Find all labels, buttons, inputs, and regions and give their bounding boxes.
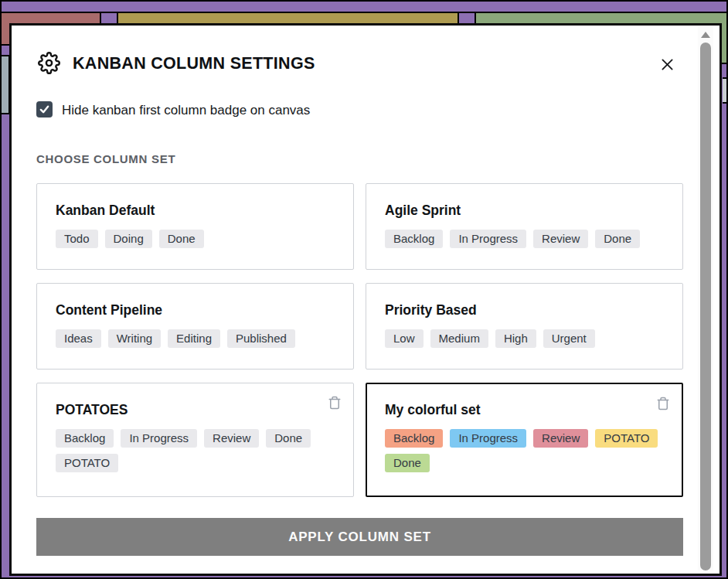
column-badge: Todo xyxy=(56,230,98,248)
kanban-card-gray xyxy=(723,77,728,104)
column-badge: Urgent xyxy=(543,329,595,348)
hide-badge-checkbox-label: Hide kanban first column badge on canvas xyxy=(62,103,310,118)
column-badge: Done xyxy=(159,230,204,248)
column-badge: Ideas xyxy=(56,329,101,348)
column-set-card[interactable]: My colorful setBacklogIn ProgressReviewP… xyxy=(366,383,683,497)
column-set-name: My colorful set xyxy=(385,402,664,418)
column-badge: High xyxy=(495,329,536,348)
trash-icon xyxy=(656,397,670,410)
column-badge: Editing xyxy=(168,329,220,348)
hide-badge-checkbox[interactable] xyxy=(36,101,53,118)
column-badge: Review xyxy=(533,429,588,448)
delete-column-set-button[interactable] xyxy=(327,396,342,411)
column-badge: Done xyxy=(266,429,311,448)
column-set-name: POTATOES xyxy=(56,402,335,418)
column-badge-list: IdeasWritingEditingPublished xyxy=(56,329,335,348)
dialog-title: KANBAN COLUMN SETTINGS xyxy=(73,54,315,73)
column-badge: Done xyxy=(385,454,430,472)
column-badge: Review xyxy=(204,429,259,448)
delete-column-set-button[interactable] xyxy=(655,397,671,412)
column-badge: In Progress xyxy=(450,230,526,248)
column-badge-list: BacklogIn ProgressReviewDonePOTATO xyxy=(56,429,335,472)
column-set-name: Agile Sprint xyxy=(385,203,664,219)
column-set-name: Kanban Default xyxy=(56,203,335,219)
scrollbar-thumb[interactable] xyxy=(700,43,711,570)
column-badge: Doing xyxy=(105,230,152,248)
column-badge: Medium xyxy=(430,329,488,348)
scrollbar-up-arrow-icon[interactable] xyxy=(701,32,710,38)
gear-icon xyxy=(38,52,60,74)
close-icon xyxy=(659,56,675,73)
column-badge-list: BacklogIn ProgressReviewDone xyxy=(385,230,664,248)
scrollbar-track[interactable] xyxy=(698,27,713,570)
choose-column-set-heading: CHOOSE COLUMN SET xyxy=(36,152,175,165)
app-canvas: KANBAN COLUMN SETTINGS Hide kanban first… xyxy=(0,0,728,579)
trash-icon xyxy=(328,396,342,410)
column-set-grid: Kanban DefaultTodoDoingDoneAgile SprintB… xyxy=(36,183,683,497)
column-set-name: Priority Based xyxy=(385,302,664,318)
column-badge: Writing xyxy=(108,329,161,348)
column-badge: In Progress xyxy=(121,429,197,448)
column-badge: POTATO xyxy=(595,429,658,448)
column-set-card[interactable]: POTATOESBacklogIn ProgressReviewDonePOTA… xyxy=(36,383,354,497)
column-badge-list: BacklogIn ProgressReviewPOTATODone xyxy=(385,429,664,472)
column-badge: Review xyxy=(533,230,588,248)
column-badge-list: LowMediumHighUrgent xyxy=(385,329,664,348)
column-badge: Low xyxy=(385,329,424,348)
column-badge: Backlog xyxy=(385,230,443,248)
close-button[interactable] xyxy=(655,53,679,76)
kanban-column-settings-dialog: KANBAN COLUMN SETTINGS Hide kanban first… xyxy=(9,23,722,576)
apply-column-set-button[interactable]: APPLY COLUMN SET xyxy=(36,518,683,556)
column-set-card[interactable]: Agile SprintBacklogIn ProgressReviewDone xyxy=(366,183,683,270)
column-badge: Backlog xyxy=(385,429,443,448)
column-set-card[interactable]: Priority BasedLowMediumHighUrgent xyxy=(366,283,683,370)
checkmark-icon xyxy=(39,104,49,114)
column-badge: In Progress xyxy=(450,429,526,448)
column-set-card[interactable]: Kanban DefaultTodoDoingDone xyxy=(36,183,354,270)
column-badge: Backlog xyxy=(56,429,114,448)
column-badge: Done xyxy=(595,230,640,248)
column-badge-list: TodoDoingDone xyxy=(56,230,335,248)
column-set-name: Content Pipeline xyxy=(56,302,335,318)
column-badge: POTATO xyxy=(56,454,118,472)
column-set-card[interactable]: Content PipelineIdeasWritingEditingPubli… xyxy=(36,283,354,370)
column-badge: Published xyxy=(227,329,295,348)
